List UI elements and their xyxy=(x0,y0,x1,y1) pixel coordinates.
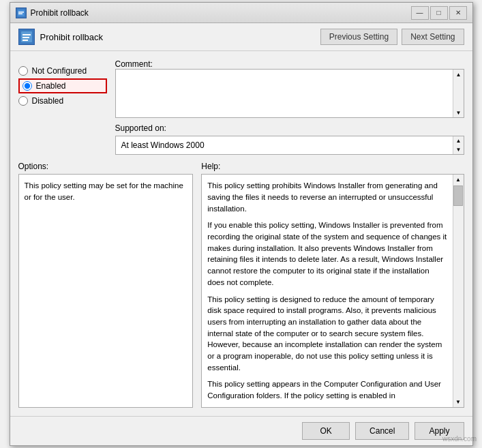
window-footer: OK Cancel Apply xyxy=(10,416,472,445)
disabled-option[interactable]: Disabled xyxy=(18,96,107,106)
comment-wrapper: ▲ ▼ xyxy=(115,69,464,118)
help-scroll-up[interactable]: ▲ xyxy=(453,175,464,184)
supported-scroll-up[interactable]: ▲ xyxy=(453,136,464,145)
previous-setting-button[interactable]: Previous Setting xyxy=(320,29,397,45)
header-buttons: Previous Setting Next Setting xyxy=(320,29,464,45)
options-text: This policy setting may be set for the m… xyxy=(25,181,183,200)
next-setting-button[interactable]: Next Setting xyxy=(402,29,464,45)
enabled-option[interactable]: Enabled xyxy=(18,78,107,93)
apply-button[interactable]: Apply xyxy=(415,422,464,440)
options-content: This policy setting may be set for the m… xyxy=(18,174,194,407)
enabled-label: Enabled xyxy=(36,81,66,91)
title-bar: Prohibit rollback — □ ✕ xyxy=(10,3,472,23)
main-window: Prohibit rollback — □ ✕ Prohibit rollbac… xyxy=(10,2,473,445)
supported-dropdown: At least Windows 2000 ▲ ▼ xyxy=(115,136,464,155)
help-panel: Help: This policy setting prohibits Wind… xyxy=(201,162,464,407)
supported-scroll-down[interactable]: ▼ xyxy=(453,145,464,154)
options-help-section: Options: This policy setting may be set … xyxy=(18,162,464,407)
help-para-4: This policy setting appears in the Compu… xyxy=(207,378,447,401)
header-title: Prohibit rollback xyxy=(40,32,104,42)
not-configured-label: Not Configured xyxy=(32,66,87,76)
window-icon xyxy=(16,8,27,18)
not-configured-radio[interactable] xyxy=(18,66,28,76)
comment-textarea[interactable] xyxy=(116,70,453,117)
svg-rect-1 xyxy=(18,12,24,13)
help-para-1: This policy setting prohibits Windows In… xyxy=(207,180,447,214)
disabled-radio[interactable] xyxy=(18,96,28,106)
comment-scrollbar: ▲ ▼ xyxy=(453,70,464,117)
enabled-radio[interactable] xyxy=(22,81,32,91)
comment-section: Comment: ▲ ▼ xyxy=(115,59,464,118)
comment-label: Comment: xyxy=(115,59,464,69)
ok-button[interactable]: OK xyxy=(302,422,350,440)
svg-rect-4 xyxy=(22,34,31,35)
title-bar-controls: — □ ✕ xyxy=(411,6,467,20)
options-panel: Options: This policy setting may be set … xyxy=(18,162,194,407)
supported-section: Supported on: At least Windows 2000 ▲ ▼ xyxy=(115,123,464,155)
header-icon xyxy=(18,29,35,45)
close-button[interactable]: ✕ xyxy=(449,6,467,20)
window-header: Prohibit rollback Previous Setting Next … xyxy=(10,23,472,51)
radio-section: Not Configured Enabled Disabled xyxy=(18,59,107,155)
supported-value: At least Windows 2000 xyxy=(116,136,453,154)
title-bar-left: Prohibit rollback xyxy=(16,8,89,18)
svg-rect-5 xyxy=(22,37,29,38)
title-bar-text: Prohibit rollback xyxy=(31,8,89,18)
help-label: Help: xyxy=(201,162,464,171)
cancel-button[interactable]: Cancel xyxy=(355,422,409,440)
top-area: Not Configured Enabled Disabled Comment: xyxy=(18,59,464,155)
svg-rect-6 xyxy=(22,40,28,41)
top-right: Comment: ▲ ▼ Supported on: At least Wind… xyxy=(115,59,464,155)
minimize-button[interactable]: — xyxy=(411,6,429,20)
help-scroll-thumb[interactable] xyxy=(453,185,463,206)
options-label: Options: xyxy=(18,162,194,171)
maximize-button[interactable]: □ xyxy=(430,6,448,20)
help-scroll-down[interactable]: ▼ xyxy=(453,398,464,407)
help-scrollbar: ▲ ▼ xyxy=(453,175,464,406)
help-content-wrapper: This policy setting prohibits Windows In… xyxy=(201,174,464,407)
help-para-2: If you enable this policy setting, Windo… xyxy=(207,220,447,288)
supported-label: Supported on: xyxy=(115,123,464,133)
help-para-3: This policy setting is designed to reduc… xyxy=(207,294,447,374)
help-text-content: This policy setting prohibits Windows In… xyxy=(202,175,452,406)
window-header-left: Prohibit rollback xyxy=(18,29,104,45)
window-body: Not Configured Enabled Disabled Comment: xyxy=(10,51,472,415)
svg-rect-0 xyxy=(18,10,25,16)
disabled-label: Disabled xyxy=(32,96,64,106)
scroll-up-arrow[interactable]: ▲ xyxy=(453,70,464,79)
scroll-down-arrow[interactable]: ▼ xyxy=(453,108,464,117)
svg-rect-2 xyxy=(18,13,22,14)
not-configured-option[interactable]: Not Configured xyxy=(18,66,107,76)
supported-scrollbar: ▲ ▼ xyxy=(453,136,464,154)
